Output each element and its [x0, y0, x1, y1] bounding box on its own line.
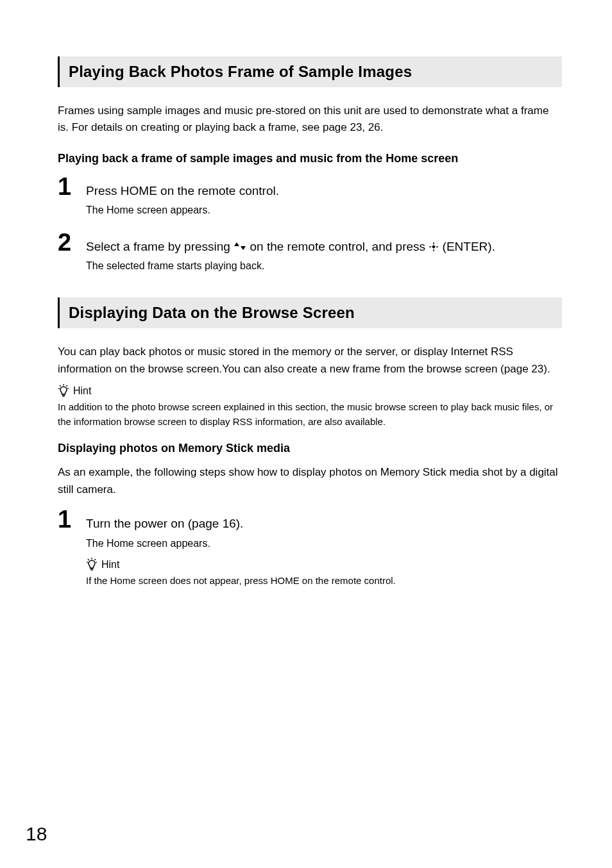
svg-marker-0	[234, 242, 239, 246]
step-number: 1	[58, 174, 74, 199]
step-title-mid: on the remote control, and press	[246, 240, 429, 253]
subsection-body: As an example, the following steps show …	[58, 464, 562, 498]
step-row: 1 Turn the power on (page 16).	[58, 507, 562, 533]
svg-line-15	[88, 559, 89, 560]
step-title-pre: Select a frame by pressing	[86, 240, 234, 253]
hint-header: Hint	[58, 384, 562, 398]
step-number: 2	[58, 230, 74, 255]
lightbulb-icon	[86, 558, 98, 572]
step-row: 2 Select a frame by pressing on the remo…	[58, 230, 562, 256]
section-intro: You can play back photos or music stored…	[58, 344, 562, 378]
step-subtext: The Home screen appears.	[86, 536, 562, 552]
svg-line-16	[94, 559, 96, 560]
step-title-post: (ENTER).	[439, 240, 495, 253]
hint-label: Hint	[101, 559, 119, 571]
step-number: 1	[58, 507, 74, 531]
section-heading: Displaying Data on the Browse Screen	[69, 304, 553, 322]
document-page: Playing Back Photos Frame of Sample Imag…	[0, 0, 612, 868]
step-title: Turn the power on (page 16).	[86, 515, 243, 533]
svg-marker-1	[241, 246, 246, 250]
step-title: Press HOME on the remote control.	[86, 182, 279, 201]
hint-body: If the Home screen does not appear, pres…	[86, 573, 562, 588]
section-heading-bar: Displaying Data on the Browse Screen	[58, 297, 562, 328]
svg-line-8	[60, 385, 61, 387]
svg-marker-6	[432, 245, 436, 249]
lightbulb-icon	[58, 384, 69, 398]
step-row: 1 Press HOME on the remote control.	[58, 174, 562, 201]
up-down-arrow-icon	[234, 240, 246, 253]
svg-line-9	[66, 385, 67, 387]
subsection-heading: Displaying photos on Memory Stick media	[58, 442, 562, 455]
step-title: Select a frame by pressing on the remote…	[86, 238, 495, 256]
hint-body: In addition to the photo browse screen e…	[58, 399, 562, 430]
page-number: 18	[26, 823, 47, 845]
section-heading: Playing Back Photos Frame of Sample Imag…	[69, 63, 553, 81]
step-nested-hint: Hint If the Home screen does not appear,…	[58, 558, 562, 588]
enter-icon	[429, 240, 439, 253]
section-heading-bar: Playing Back Photos Frame of Sample Imag…	[58, 56, 562, 87]
subsection-heading: Playing back a frame of sample images an…	[58, 152, 562, 165]
step-subtext: The selected frame starts playing back.	[86, 258, 562, 274]
hint-header: Hint	[86, 558, 562, 572]
section-intro: Frames using sample images and music pre…	[58, 103, 562, 137]
step-subtext: The Home screen appears.	[86, 203, 562, 219]
hint-label: Hint	[73, 385, 91, 397]
